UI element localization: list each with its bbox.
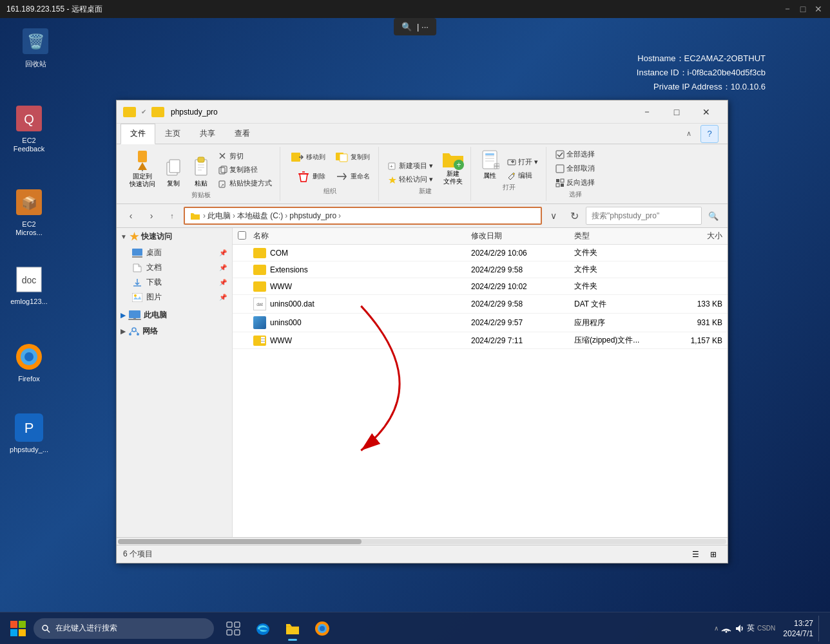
sidebar-item-pictures[interactable]: 图片 📌 <box>117 290 232 305</box>
quick-access-header[interactable]: ▼ ★ 快速访问 <box>117 228 232 245</box>
new-folder-btn[interactable]: + 新建文件夹 <box>441 148 465 185</box>
instance-id-label: Instance ID：i-0f8ca20be40d5f3cb <box>637 66 766 80</box>
select-all-btn[interactable]: 全部选择 <box>553 148 597 160</box>
title-bar-left: ✔ phpstudy_pro <box>123 107 218 117</box>
taskbar-search[interactable]: 在此键入进行搜索 <box>34 618 214 639</box>
firefox-icon <box>14 341 44 372</box>
file-size-unins-dat: 133 KB <box>671 299 722 308</box>
date-column-header[interactable]: 修改日期 <box>471 231 574 242</box>
start-button[interactable] <box>3 613 34 644</box>
pictures-sidebar-icon <box>132 293 142 302</box>
file-row-extensions[interactable]: Extensions 2024/2/29 9:58 文件夹 <box>233 261 728 278</box>
file-row-www2[interactable]: WWW 2024/2/29 7:11 压缩(zipped)文件... 1,157… <box>233 332 728 349</box>
edge-btn[interactable] <box>249 614 277 643</box>
view-controls: ☰ ⊞ <box>688 548 721 561</box>
pin-btn[interactable]: 固定到快速访问 <box>127 148 158 189</box>
delete-btn[interactable]: 删除 <box>293 167 329 185</box>
folder-icon-www1 <box>253 281 266 292</box>
taskview-btn[interactable] <box>219 614 247 643</box>
file-row-www1[interactable]: WWW 2024/2/29 10:02 文件夹 <box>233 278 728 295</box>
easy-access-btn[interactable]: 轻松访问 ▾ <box>385 173 436 185</box>
file-row-com[interactable]: COM 2024/2/29 10:06 文件夹 <box>233 245 728 261</box>
show-desktop-btn[interactable] <box>818 616 822 641</box>
new-content: + 新建项目 ▾ 轻松访问 ▾ <box>385 148 465 185</box>
copy-btn[interactable]: 复制 <box>160 157 186 189</box>
file-row-unins-dat[interactable]: dat unins000.dat 2024/2/29 9:58 DAT 文件 1… <box>233 295 728 314</box>
new-item-btn[interactable]: + 新建项目 ▾ <box>385 160 436 172</box>
file-name-com: COM <box>253 248 471 258</box>
desktop-icon-phpstudy[interactable]: P phpstudy_... <box>6 412 52 453</box>
copy-to-btn[interactable]: 复制到 <box>331 148 373 166</box>
move-to-btn[interactable]: 移动到 <box>287 148 329 166</box>
tab-file[interactable]: 文件 <box>121 124 155 144</box>
minimize-btn[interactable]: － <box>632 102 662 122</box>
ribbon-group-open: 属性 打开 ▾ <box>472 147 546 201</box>
tab-view[interactable]: 查看 <box>225 124 260 144</box>
search-popup[interactable]: 🔍 | ··· <box>394 18 436 35</box>
svg-text:Q: Q <box>24 112 34 126</box>
ribbon-help-btn[interactable]: ? <box>700 125 719 143</box>
paste-btn[interactable]: 粘贴 <box>189 153 213 189</box>
remote-minimize-btn[interactable]: － <box>782 4 793 14</box>
name-column-header[interactable]: 名称 <box>253 231 471 242</box>
size-column-header[interactable]: 大小 <box>671 231 722 242</box>
svg-rect-76 <box>227 630 232 635</box>
address-path[interactable]: › 此电脑 › 本地磁盘 (C:) › phpstudy_pro › <box>184 207 542 225</box>
copy-path-btn[interactable]: 复制路径 <box>216 164 275 176</box>
this-pc-header[interactable]: ▶ 此电脑 <box>117 307 232 323</box>
desktop-icon-ec2micros[interactable]: 📦 EC2Micros... <box>6 187 52 237</box>
phpstudy-label: phpstudy_... <box>10 446 48 453</box>
open-btn[interactable]: 打开 ▾ <box>505 156 541 168</box>
sidebar-item-downloads[interactable]: 下载 📌 <box>117 275 232 290</box>
search-input[interactable] <box>586 207 702 225</box>
firefox-taskbar-btn[interactable] <box>308 614 336 643</box>
quick-access-star-icon: ★ <box>130 231 139 243</box>
svg-point-81 <box>320 626 325 631</box>
maximize-btn[interactable]: □ <box>662 102 691 122</box>
type-column-header[interactable]: 类型 <box>574 231 671 242</box>
forward-btn[interactable]: › <box>142 207 160 225</box>
sidebar-item-desktop[interactable]: 桌面 📌 <box>117 245 232 260</box>
sidebar-item-docs[interactable]: 文档 📌 <box>117 260 232 275</box>
desktop-icon-emlog[interactable]: doc emlog123... <box>6 264 52 305</box>
network-header[interactable]: ▶ 网络 <box>117 323 232 339</box>
edit-btn[interactable]: 编辑 <box>505 169 541 182</box>
path-dropdown-btn[interactable]: ∨ <box>545 207 563 225</box>
svg-rect-74 <box>227 622 232 627</box>
rename-btn[interactable]: 重命名 <box>331 167 373 185</box>
large-icons-view-btn[interactable]: ⊞ <box>706 548 721 561</box>
file-row-unins000[interactable]: unins000 2024/2/29 9:57 应用程序 931 KB <box>233 314 728 332</box>
desktop-icon-ec2feedback[interactable]: Q EC2Feedback <box>6 103 52 153</box>
explorer-taskbar-btn[interactable] <box>278 614 307 643</box>
refresh-btn[interactable]: ↻ <box>565 207 583 225</box>
tab-share[interactable]: 共享 <box>190 124 225 144</box>
time-display[interactable]: 13:27 2024/7/1 <box>783 618 813 639</box>
invert-select-btn[interactable]: 反向选择 <box>553 176 597 189</box>
ribbon-content: 固定到快速访问 复制 <box>117 144 728 204</box>
select-all-checkbox[interactable] <box>238 231 246 240</box>
search-btn[interactable]: 🔍 <box>704 207 722 225</box>
desktop-icon-recycle[interactable]: 🗑️ 回收站 <box>13 26 58 69</box>
paste-shortcut-btn[interactable]: ↗ 粘贴快捷方式 <box>216 177 275 189</box>
select-none-btn[interactable]: 全部取消 <box>553 162 597 175</box>
desktop-icon-firefox[interactable]: Firefox <box>6 341 52 383</box>
hidden-icons-btn[interactable]: ∧ <box>714 625 719 632</box>
up-btn[interactable]: ↑ <box>163 207 181 225</box>
recycle-label: 回收站 <box>25 59 46 69</box>
remote-maximize-btn[interactable]: □ <box>798 4 808 14</box>
ribbon-collapse-btn[interactable]: ∧ <box>680 125 698 143</box>
taskbar-search-icon <box>41 624 50 633</box>
language-indicator[interactable]: 英 <box>747 623 755 634</box>
remote-close-btn[interactable]: ✕ <box>813 4 824 14</box>
properties-btn[interactable]: 属性 <box>478 148 502 182</box>
details-view-btn[interactable]: ☰ <box>688 548 703 561</box>
address-bar: ‹ › ↑ › 此电脑 › 本地磁盘 (C:) › phpstudy_pro ›… <box>117 204 728 228</box>
properties-icon <box>480 149 499 171</box>
horizontal-scrollbar[interactable] <box>117 537 728 545</box>
back-btn[interactable]: ‹ <box>122 207 140 225</box>
svg-point-58 <box>134 294 137 297</box>
cut-btn[interactable]: 剪切 <box>216 150 275 162</box>
close-btn[interactable]: ✕ <box>691 102 721 122</box>
zip-icon <box>253 336 266 346</box>
tab-home[interactable]: 主页 <box>155 124 190 144</box>
